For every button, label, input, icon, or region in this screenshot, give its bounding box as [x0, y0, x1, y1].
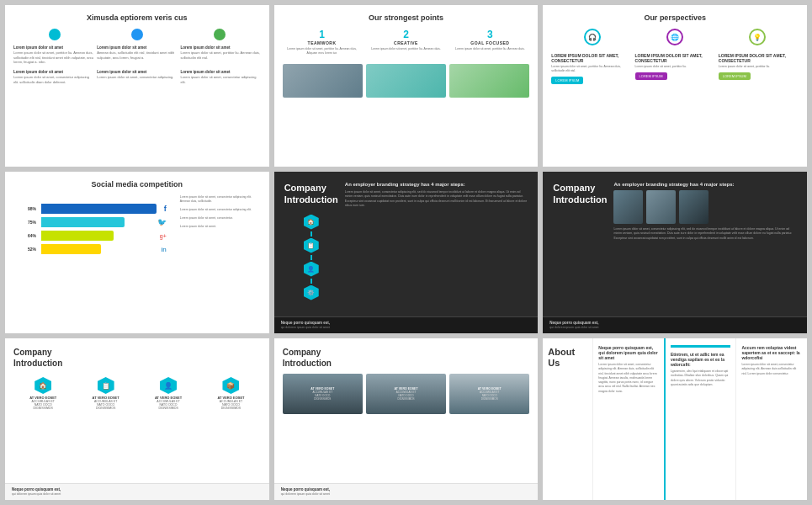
slide9-col3: Accum rem voluptas videst sapertem as et… [736, 338, 807, 500]
slide3-content: LOREM IPSUM DOLOR SIT AMET, CONSECTETUR … [551, 53, 799, 84]
btn-perspective-1[interactable]: LOREM IPSUM [551, 77, 583, 84]
headset-icon: 🎧 [584, 29, 601, 45]
slide5-bottom: Neque porro quisquam est, qui dolorem ip… [274, 316, 539, 333]
bar-row-fb: 98% f [22, 204, 167, 214]
hex-icon-1: 🏠 [304, 215, 319, 230]
slide9-accent-bar [671, 345, 731, 348]
slide7-title: Company Introduction [13, 347, 261, 369]
image-goalfocused [449, 64, 529, 98]
icon-teal-circle [49, 29, 61, 40]
bar-fill-gp [41, 231, 114, 241]
slide8-title: Company Introduction [283, 347, 530, 369]
slide9-col2-text: Lganimvim, ulec lqut etaliquam et obcorr… [671, 369, 731, 387]
slide4-bars: 98% f 75% [13, 195, 175, 266]
slide-3: Our perspectives 🎧 🌐 💡 LOREM IPSUM DOLOR… [543, 5, 807, 167]
bar-fill-tw [41, 217, 125, 227]
slide7-hex-3: 👤 AT VERO EOSET ACCUMULAS ET NATO OOCO D… [139, 377, 198, 410]
slide5-content: Company Introduction 🏠 📋 👤 ⚙️ An employe… [274, 172, 539, 316]
slide9-columns: Neque porro quisquam est, qui dolorem ip… [593, 338, 807, 500]
slide5-right: An employer branding strategy has 4 majo… [345, 182, 528, 306]
slide2-title: Our strongest points [283, 13, 530, 22]
slide-2: Our strongest points 1 TEAMWORK Lorem ip… [274, 5, 539, 167]
hex-shape-4: 📦 [222, 377, 239, 394]
slide4-content: 98% f 75% [13, 195, 261, 266]
slide1-bottom-content: Lorem ipsum dolor sit amet Lorem ipsum d… [13, 70, 261, 84]
perspective-icon-2: 🌐 [666, 29, 683, 48]
slide-6: Company Introduction An employer brandin… [543, 172, 807, 333]
image-creative [366, 64, 446, 98]
slide-8: Company Introduction AT VERO EOSET ACCUM… [274, 338, 539, 500]
slide6-right-title: An employer branding strategy has 4 majo… [613, 182, 797, 187]
slide2-point3: 3 GOAL FOCUSED Lorem ipsum dolor sit ame… [450, 29, 529, 56]
slide1-bot-col2: Lorem ipsum dolor sit amet Lorem ipsum d… [97, 70, 177, 84]
slide5-title: Company Introduction [284, 182, 338, 206]
slide4-right-text: Lorem ipsum dolor sit amet, consectetur … [180, 195, 261, 266]
slide3-col2: LOREM IPSUM DOLOR SIT AMET, CONSECTETUR … [635, 53, 715, 84]
photo-2: AT VERO EOSET ACCUMULAS ET NATO OOCO DIG… [366, 374, 446, 414]
slide6-right-body: Lorem ipsum dolor sit amet, consectetur … [613, 227, 797, 241]
bar-container-tw [41, 217, 152, 227]
slide9-col3-title: Accum rem voluptas videst sapertem as et… [741, 345, 802, 360]
slide3-col1: LOREM IPSUM DOLOR SIT AMET, CONSECTETUR … [551, 53, 631, 84]
slide-1: Ximusda eptiorem veris cus Lorem ipsum d… [5, 5, 269, 167]
slide9-col2-title: Etintrem, ut et adlic tem ea vendiga sap… [671, 352, 731, 367]
slide2-point1: 1 TEAMWORK Lorem ipsum dolor sit amet, p… [283, 29, 362, 56]
slide6-bottom: Neque porro quisquam est, qui dolorem ip… [543, 316, 807, 333]
slide4-title: Social media competition [13, 180, 261, 189]
slide5-right-title: An employer branding strategy has 4 majo… [345, 182, 528, 187]
slide6-photo-3 [679, 190, 709, 224]
slide1-bot-col1: Lorem ipsum dolor sit amet Lorem ipsum d… [13, 70, 93, 84]
slide7-bottom: Neque porro quisquam est, qui dolorem ip… [5, 483, 269, 500]
bar-row-gp: 64% g+ [22, 231, 167, 241]
slide6-photo-1 [613, 190, 643, 224]
slide1-bot-col3: Lorem ipsum dolor sit amet Lorem ipsum d… [180, 70, 260, 84]
hex-icon-2: 📋 [304, 238, 319, 253]
photo-1: AT VERO EOSET ACCUMULAS ET NATO OOCO DIG… [283, 374, 363, 414]
bar-fill-li [41, 244, 101, 254]
bar-container-li [41, 244, 157, 254]
hex-sub3-2: DIGNISSIMOS [96, 407, 115, 410]
slide-grid: Ximusda eptiorem veris cus Lorem ipsum d… [0, 0, 812, 505]
bar-fill-fb [41, 204, 157, 214]
slide-5: Company Introduction 🏠 📋 👤 ⚙️ An employe… [274, 172, 539, 333]
hex-sub3-3: DIGNISSIMOS [158, 407, 178, 410]
btn-perspective-2[interactable]: LOREM IPSUM [635, 72, 667, 80]
perspective-icon-3: 💡 [749, 29, 766, 48]
icon-blue-circle [131, 29, 143, 40]
slide6-title: Company Introduction [553, 182, 607, 206]
slide3-title: Our perspectives [551, 13, 799, 22]
slide9-left-panel: About Us [543, 338, 593, 500]
linkedin-icon: in [162, 246, 167, 253]
slide9-col2: Etintrem, ut et adlic tem ea vendiga sap… [666, 338, 737, 500]
bar-row-tw: 75% 🐦 [22, 217, 167, 227]
slide2-point2: 2 CREATIVE Lorem ipsum dolor sit amet, p… [367, 29, 446, 56]
connector-3 [310, 279, 312, 284]
btn-perspective-3[interactable]: LOREM IPSUM [719, 72, 751, 80]
slide7-hex-row: 🏠 AT VERO EOSET ACCUMULAS ET NATO OOCO D… [13, 377, 261, 410]
icon-green-circle [214, 29, 226, 40]
twitter-icon: 🐦 [157, 218, 167, 226]
slide1-col3: Lorem ipsum dolor sit amet Lorem ipsum d… [180, 45, 260, 65]
slide3-col3: LOREM IPSUM DOLOR SIT AMET, CONSECTETUR … [719, 53, 799, 84]
hex-shape-3: 👤 [160, 377, 177, 394]
hex-icon-4: ⚙️ [304, 285, 319, 300]
facebook-icon: f [164, 205, 167, 213]
slide1-top-content: Lorem ipsum dolor sit amet Lorem ipsum d… [13, 45, 261, 65]
slide7-hex-1: 🏠 AT VERO EOSET ACCUMULAS ET NATO OOCO D… [13, 377, 72, 410]
hex-shape-2: 📋 [98, 377, 114, 394]
slide6-content: Company Introduction An employer brandin… [543, 172, 807, 316]
slide9-col1: Neque porro quisquam est, qui dolorem ip… [593, 338, 666, 500]
slide-9: About Us Neque porro quisquam est, qui d… [543, 338, 807, 500]
connector-2 [310, 255, 312, 260]
slide1-col2: Lorem ipsum dolor sit amet Aenean duis, … [97, 45, 177, 65]
slide9-col3-text: Lorem ipsum dolor sit amet, consectetur … [741, 363, 802, 376]
bar-row-li: 52% in [22, 244, 167, 254]
slide7-hex-2: 📋 AT VERO EOSET ACCUMULAS ET NATO OOCO D… [76, 377, 135, 410]
image-teamwork [283, 64, 363, 98]
slide2-images [283, 64, 530, 98]
slide9-col1-text: Lorem ipsum dolor sit amet, consectetur … [598, 363, 659, 394]
bulb-icon: 💡 [749, 29, 766, 45]
slide-4: Social media competition 98% f [5, 172, 269, 333]
connector-1 [310, 231, 312, 237]
hex-sub3-4: DIGNISSIMOS [221, 407, 241, 410]
